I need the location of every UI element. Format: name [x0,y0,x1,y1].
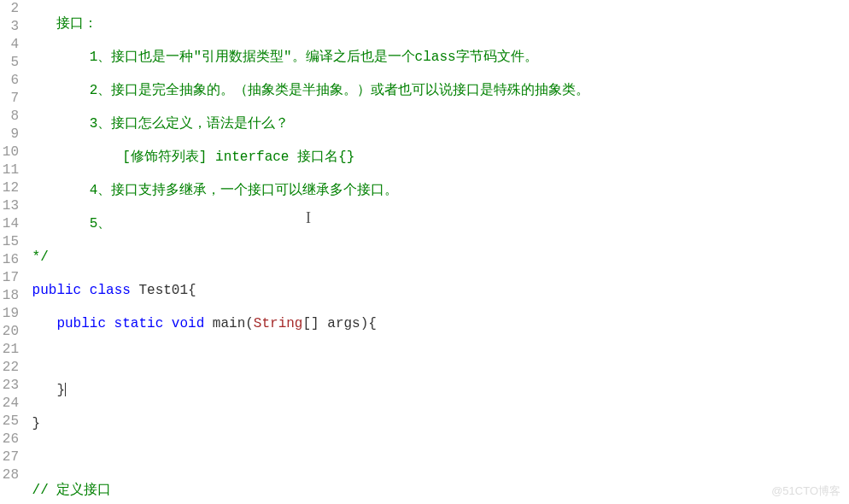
line-number: 10 [0,144,19,161]
line-number: 4 [0,36,19,54]
line-number: 22 [0,359,19,377]
code-line: 接口： [24,15,849,33]
line-number: 19 [0,305,19,323]
code-line: 2、接口是完全抽象的。（抽象类是半抽象。）或者也可以说接口是特殊的抽象类。 [24,82,849,100]
line-number: 13 [0,197,19,215]
line-number: 6 [0,72,19,90]
line-number: 23 [0,377,19,395]
code-line: 4、接口支持多继承，一个接口可以继承多个接口。 [24,182,849,200]
text-caret [65,383,66,396]
line-number: 21 [0,341,19,359]
line-number: 5 [0,54,19,72]
line-number: 24 [0,395,19,413]
line-number: 11 [0,161,19,179]
line-number: 15 [0,233,19,251]
line-number: 27 [0,448,19,466]
code-line: } [24,415,849,433]
line-number: 20 [0,323,19,341]
code-line: public static void main(String[] args){ [24,315,849,333]
ibeam-cursor-icon: I [306,209,311,227]
code-line [24,349,849,366]
code-line: 1、接口也是一种"引用数据类型"。编译之后也是一个class字节码文件。 [24,49,849,67]
line-number: 14 [0,215,19,233]
code-line: public class Test01{ [24,282,849,300]
line-number: 18 [0,287,19,305]
line-number: 7 [0,90,19,108]
code-line: // 定义接口 [24,482,849,500]
line-number: 16 [0,251,19,269]
line-number: 17 [0,269,19,287]
line-number: 3 [0,18,19,36]
line-number: 25 [0,413,19,431]
code-line: } [24,382,849,400]
line-number: 9 [0,126,19,144]
watermark-text: @51CTO博客 [771,483,840,499]
code-line: 3、接口怎么定义，语法是什么？ [24,115,849,133]
line-number: 8 [0,108,19,126]
code-line: [修饰符列表] interface 接口名{} [24,149,849,167]
code-line [24,448,849,466]
code-editor[interactable]: 2 3 4 5 6 7 8 9 10 11 12 13 14 15 16 17 … [0,0,849,504]
line-number-gutter: 2 3 4 5 6 7 8 9 10 11 12 13 14 15 16 17 … [0,0,24,504]
code-content[interactable]: 接口： 1、接口也是一种"引用数据类型"。编译之后也是一个class字节码文件。… [24,0,849,504]
code-line: */ [24,249,849,267]
line-number: 26 [0,431,19,448]
line-number: 28 [0,466,19,484]
line-number: 12 [0,179,19,197]
line-number: 2 [0,0,19,18]
code-line: 5、 [24,215,849,233]
